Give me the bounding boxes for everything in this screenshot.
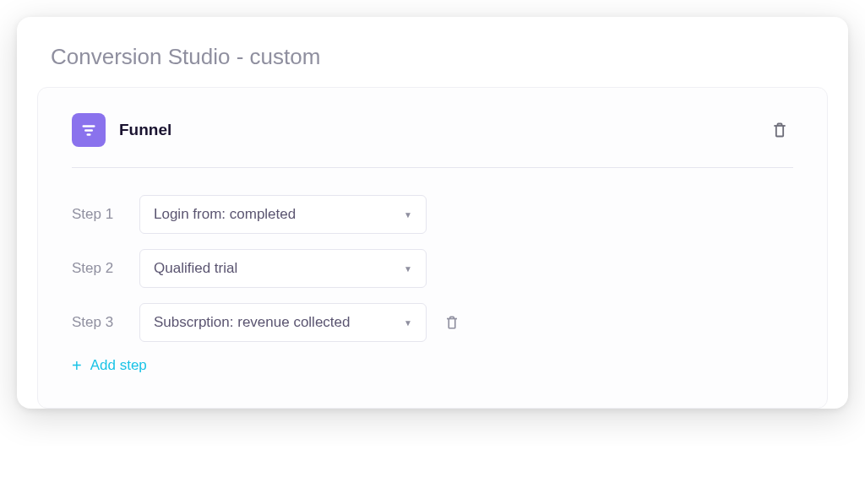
step-label: Step 3 [72,314,139,331]
page-title: Conversion Studio - custom [17,44,848,87]
step-row-1: Step 1 Login from: completed ▼ [72,195,793,234]
caret-down-icon: ▼ [404,264,412,274]
step-select-value: Subscrption: revenue collected [154,314,350,331]
trash-icon [771,121,788,139]
funnel-icon [72,113,106,147]
svg-rect-2 [87,133,91,136]
step-label: Step 2 [72,260,139,277]
main-card: Conversion Studio - custom Funnel Step [17,17,848,409]
add-step-button[interactable]: + Add step [72,357,793,374]
delete-funnel-button[interactable] [766,117,793,144]
step-2-select[interactable]: Qualified trial ▼ [139,249,427,288]
caret-down-icon: ▼ [404,210,412,219]
add-step-label: Add step [90,357,147,374]
svg-rect-1 [84,129,93,132]
step-label: Step 1 [72,206,139,223]
funnel-panel: Funnel Step 1 Login from: completed ▼ St… [37,87,828,409]
funnel-title: Funnel [119,121,766,139]
caret-down-icon: ▼ [404,318,412,328]
step-select-value: Login from: completed [154,206,296,223]
svg-rect-0 [83,125,95,127]
delete-step-3-button[interactable] [442,312,462,333]
funnel-header: Funnel [72,113,793,168]
step-1-select[interactable]: Login from: completed ▼ [139,195,427,234]
step-row-3: Step 3 Subscrption: revenue collected ▼ [72,303,793,342]
step-row-2: Step 2 Qualified trial ▼ [72,249,793,288]
step-3-select[interactable]: Subscrption: revenue collected ▼ [139,303,427,342]
plus-icon: + [72,357,82,374]
trash-icon [444,314,460,331]
step-select-value: Qualified trial [154,260,237,277]
